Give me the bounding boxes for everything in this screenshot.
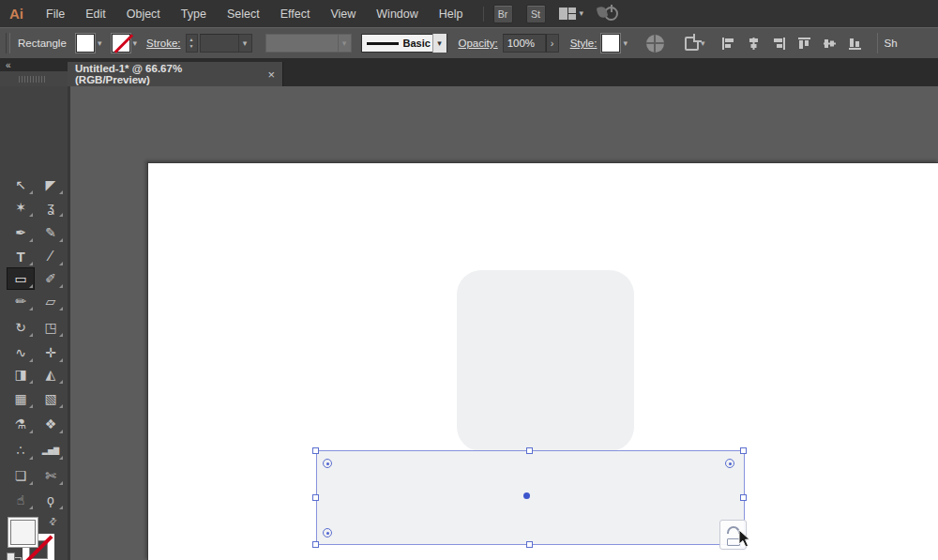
tool-symbol-sprayer[interactable]: ∴ — [7, 439, 35, 462]
tool-pencil[interactable]: ✏ — [7, 290, 35, 312]
menu-file[interactable]: File — [36, 0, 75, 27]
pencil-icon: ✏ — [15, 294, 26, 309]
tool-magic-wand[interactable]: ✶ — [7, 196, 35, 219]
menu-effect[interactable]: Effect — [270, 0, 321, 27]
tool-type[interactable]: T — [7, 245, 35, 267]
selection-handle-middle-left[interactable] — [312, 494, 319, 501]
brush-chevron-icon[interactable]: ▾ — [432, 34, 446, 53]
tool-width[interactable]: ∿ — [7, 341, 35, 364]
menu-help[interactable]: Help — [429, 0, 474, 27]
tool-hand[interactable]: ☝ — [7, 489, 35, 511]
stroke-weight-label[interactable]: Stroke: — [146, 38, 180, 49]
fill-indicator[interactable] — [8, 517, 38, 548]
selection-handle-top-center[interactable] — [526, 447, 533, 454]
tool-free-transform[interactable]: ✛ — [37, 341, 65, 364]
tool-lasso[interactable]: ʓ — [37, 196, 65, 219]
vertical-align-top-button[interactable] — [794, 33, 815, 53]
selection-handle-top-left[interactable] — [312, 447, 319, 454]
transform-panel-icon[interactable] — [685, 37, 699, 51]
menu-view[interactable]: View — [320, 0, 366, 27]
horizontal-align-center-button[interactable] — [744, 33, 764, 53]
cc-power-icon[interactable] — [604, 7, 618, 21]
selection-center-point[interactable] — [523, 492, 530, 499]
menu-edit[interactable]: Edit — [75, 0, 116, 27]
menu-object[interactable]: Object — [116, 0, 171, 27]
rounded-rectangle-shape[interactable] — [457, 270, 634, 451]
tool-scale[interactable]: ◳ — [37, 316, 65, 339]
bridge-button[interactable]: Br — [493, 5, 513, 23]
workspace-switcher-icon[interactable] — [559, 8, 576, 20]
tool-slice[interactable]: ✄ — [37, 464, 65, 487]
tool-mesh[interactable]: ▦ — [7, 387, 35, 410]
vertical-align-bottom-icon — [848, 37, 862, 51]
collapse-tools-icon[interactable]: « — [6, 60, 11, 70]
tool-gradient[interactable]: ▧ — [37, 387, 65, 410]
tool-zoom[interactable]: ϙ — [37, 489, 65, 511]
hand-icon: ☝ — [17, 492, 25, 507]
menu-select[interactable]: Select — [217, 0, 270, 27]
stroke-weight-chevron-icon[interactable]: ▾ — [239, 34, 252, 53]
stroke-color-swatch[interactable] — [112, 34, 130, 53]
vertical-align-center-button[interactable] — [820, 33, 840, 53]
graphic-style-swatch[interactable] — [601, 34, 620, 53]
tool-perspective-grid[interactable]: ◭ — [37, 363, 65, 386]
tool-selection[interactable]: ↖ — [7, 174, 35, 196]
brush-definition-select[interactable]: Basic ▾ — [361, 34, 447, 53]
brush-definition-value: Basic — [403, 38, 431, 49]
tool-blend[interactable]: ❖ — [37, 413, 65, 435]
line-segment-icon: ∕ — [50, 248, 53, 265]
corner-widget-top-right[interactable] — [725, 459, 734, 468]
tool-pen[interactable]: ✒ — [7, 221, 35, 244]
rotate-icon: ↻ — [15, 320, 26, 335]
width-profile-chevron-icon: ▾ — [339, 34, 352, 53]
stroke-weight-stepper[interactable]: ▲ ▼ — [186, 34, 198, 53]
control-bar-divider — [877, 33, 878, 53]
menu-window[interactable]: Window — [366, 0, 428, 27]
shape-label-clipped: Sh — [885, 38, 898, 49]
default-fill-stroke-icon[interactable] — [7, 552, 22, 560]
workspace-chevron-down-icon[interactable]: ▾ — [580, 9, 584, 18]
tool-rotate[interactable]: ↻ — [7, 316, 35, 339]
horizontal-align-left-button[interactable] — [719, 33, 739, 53]
stepper-up-icon[interactable]: ▲ — [189, 38, 194, 42]
tool-column-graph[interactable]: ▂▅▇ — [37, 439, 65, 462]
vertical-align-bottom-button[interactable] — [845, 33, 866, 53]
selection-handle-middle-right[interactable] — [740, 494, 747, 501]
corner-widget-bottom-left[interactable] — [323, 528, 332, 537]
selection-handle-bottom-center[interactable] — [526, 541, 533, 548]
tool-eraser[interactable]: ▱ — [37, 290, 65, 312]
fill-chevron-down-icon[interactable]: ▾ — [98, 39, 102, 48]
stock-button[interactable]: St — [526, 5, 546, 23]
tools-panel-grip[interactable] — [0, 71, 68, 86]
recolor-artwork-icon[interactable] — [646, 35, 664, 53]
stepper-down-icon[interactable]: ▼ — [189, 44, 194, 49]
selected-rectangle-shape[interactable] — [316, 450, 745, 545]
stroke-weight-input[interactable] — [200, 34, 239, 53]
symbol-sprayer-icon: ∴ — [17, 443, 25, 458]
tool-rectangle[interactable]: ▭ — [7, 267, 35, 290]
selection-handle-top-right[interactable] — [740, 447, 747, 454]
direct-selection-icon: ◤ — [46, 177, 56, 192]
horizontal-align-right-button[interactable] — [769, 33, 790, 53]
tool-line-segment[interactable]: ∕ — [37, 245, 65, 267]
document-tab[interactable]: Untitled-1* @ 66.67% (RGB/Preview) × — [68, 62, 283, 86]
style-label[interactable]: Style: — [570, 38, 598, 49]
fill-color-swatch[interactable] — [76, 34, 95, 53]
tool-artboard[interactable]: ❏ — [7, 464, 35, 487]
tool-shape-builder[interactable]: ◨ — [7, 363, 35, 386]
menu-type[interactable]: Type — [171, 0, 217, 27]
style-chevron-down-icon[interactable]: ▾ — [623, 39, 628, 48]
tool-eyedropper[interactable]: ⚗ — [7, 413, 35, 435]
width-icon: ∿ — [15, 345, 26, 360]
tab-close-icon[interactable]: × — [267, 68, 275, 82]
tool-curvature[interactable]: ✎ — [37, 221, 65, 244]
corner-widget-top-left[interactable] — [323, 459, 332, 468]
selection-handle-bottom-left[interactable] — [312, 541, 319, 548]
opacity-expand-icon[interactable]: › — [546, 34, 559, 53]
tool-direct-selection[interactable]: ◤ — [37, 174, 65, 196]
tool-paintbrush[interactable]: ✐ — [37, 267, 65, 290]
opacity-label[interactable]: Opacity: — [459, 38, 498, 49]
opacity-input[interactable]: 100% — [503, 34, 546, 53]
stroke-chevron-down-icon[interactable]: ▾ — [133, 39, 138, 48]
swap-fill-stroke-icon[interactable]: ⇄ — [46, 515, 59, 528]
